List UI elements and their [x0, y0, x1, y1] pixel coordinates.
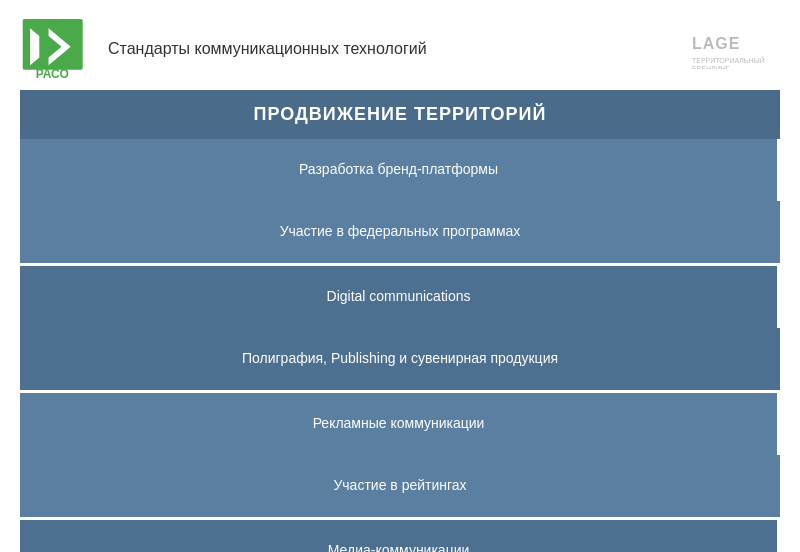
main-content: ПРОДВИЖЕНИЕ ТЕРРИТОРИЙ Разработка бренд-…	[0, 90, 800, 552]
header-title: Стандарты коммуникационных технологий	[108, 40, 427, 58]
promo-table: ПРОДВИЖЕНИЕ ТЕРРИТОРИЙ Разработка бренд-…	[20, 90, 780, 552]
header-right: LAGE ТЕРРИТОРИАЛЬНЫЙ БРЕНДИНГ	[690, 29, 770, 69]
table-row: Участие в федеральных программах	[20, 201, 780, 263]
page: РАСО Стандарты коммуникационных технолог…	[0, 0, 800, 552]
svg-text:БРЕНДИНГ: БРЕНДИНГ	[692, 65, 730, 69]
table-row: Медиа-коммуникации	[20, 520, 780, 552]
header-left: РАСО Стандарты коммуникационных технолог…	[20, 19, 427, 79]
table-header: ПРОДВИЖЕНИЕ ТЕРРИТОРИЙ	[20, 90, 780, 139]
table-row: Digital communications	[20, 266, 780, 328]
lage-logo: LAGE ТЕРРИТОРИАЛЬНЫЙ БРЕНДИНГ	[690, 29, 770, 69]
raco-logo: РАСО	[20, 19, 90, 79]
table-row: Рекламные коммуникации	[20, 393, 780, 455]
svg-text:LAGE: LAGE	[692, 35, 740, 52]
svg-text:РАСО: РАСО	[36, 67, 69, 79]
table-row: Полиграфия, Publishing и сувенирная прод…	[20, 328, 780, 390]
table-body: Разработка бренд-платформыУчастие в феде…	[20, 139, 780, 552]
table-row: Разработка бренд-платформы	[20, 139, 780, 201]
table-row: Участие в рейтингах	[20, 455, 780, 517]
svg-text:ТЕРРИТОРИАЛЬНЫЙ: ТЕРРИТОРИАЛЬНЫЙ	[692, 56, 765, 64]
header: РАСО Стандарты коммуникационных технолог…	[0, 0, 800, 90]
